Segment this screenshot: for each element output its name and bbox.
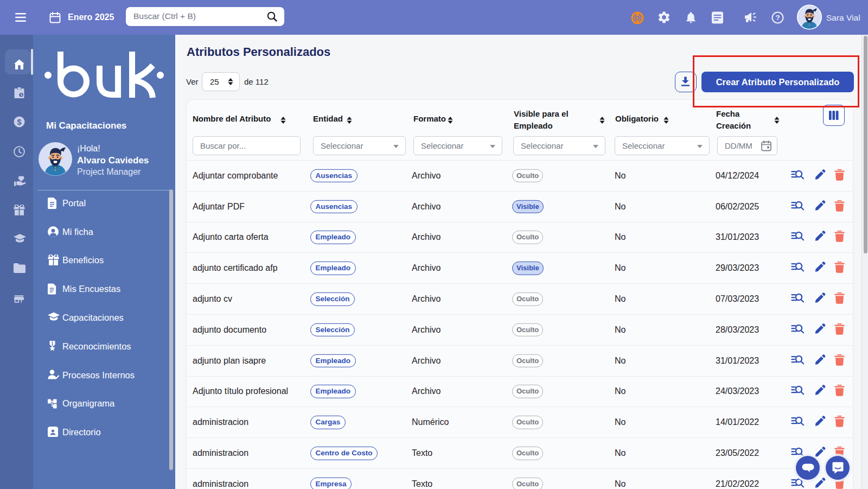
svg-text:$: $	[17, 118, 21, 126]
svg-text:?: ?	[775, 14, 780, 22]
